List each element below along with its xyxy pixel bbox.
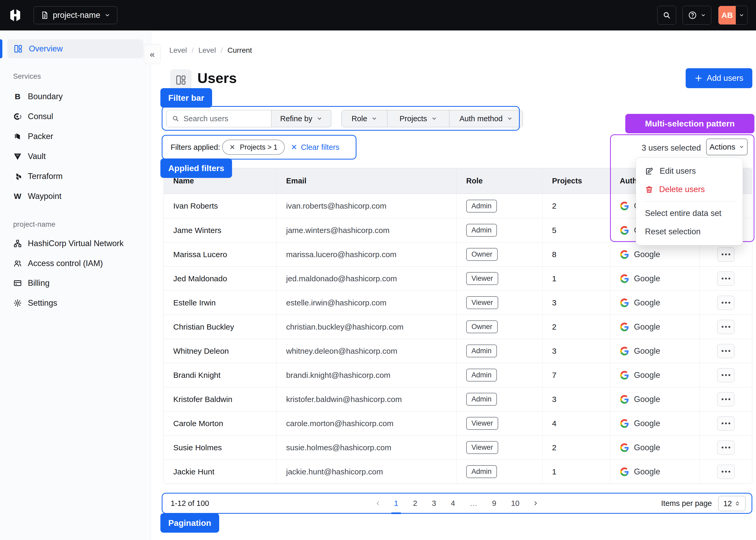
- sidebar-item-terraform[interactable]: Terraform: [7, 167, 143, 186]
- sidebar-collapse-button[interactable]: «: [144, 44, 161, 64]
- menu-item-delete-users[interactable]: Delete users: [636, 180, 743, 199]
- table-row: Marissa Lucero marissa.lucero@hashicorp.…: [164, 242, 752, 266]
- cell-actions: [699, 291, 752, 315]
- row-overflow-menu-button[interactable]: [717, 272, 734, 286]
- actions-menu: Edit users Delete users Select entire da…: [636, 157, 743, 245]
- cell-email: christian.buckley@hashicorp.com: [277, 315, 457, 339]
- project-switcher[interactable]: project-name: [34, 6, 117, 24]
- sidebar-item-settings[interactable]: Settings: [7, 294, 143, 313]
- breadcrumb-current: Current: [227, 46, 252, 55]
- google-icon: [620, 419, 629, 428]
- global-search-button[interactable]: [657, 6, 676, 25]
- role-badge: Viewer: [466, 296, 498, 309]
- cell-auth-method: Google: [610, 411, 699, 435]
- cell-actions: [699, 242, 752, 266]
- menu-item-reset-selection[interactable]: Reset selection: [636, 222, 743, 241]
- menu-item-select-entire-data-set[interactable]: Select entire data set: [636, 204, 743, 222]
- account-menu-button[interactable]: AB: [718, 6, 748, 25]
- chevron-down-icon: [431, 116, 437, 121]
- sidebar-item-vault[interactable]: Vault: [7, 147, 143, 166]
- document-icon: [41, 11, 49, 19]
- role-badge: Admin: [466, 200, 497, 212]
- sidebar-item-label: Billing: [28, 278, 50, 288]
- page-button-4[interactable]: 4: [449, 497, 456, 510]
- role-badge: Admin: [466, 224, 497, 237]
- row-overflow-menu-button[interactable]: [717, 368, 734, 382]
- row-overflow-menu-button[interactable]: [717, 344, 734, 358]
- table-row: Carole Morton carole.morton@hashicorp.co…: [164, 411, 752, 435]
- cell-name: Susie Holmes: [164, 436, 277, 460]
- cell-email: carole.morton@hashicorp.com: [277, 411, 457, 435]
- cell-projects: 7: [542, 363, 610, 387]
- sidebar-item-billing[interactable]: Billing: [7, 274, 143, 293]
- up-down-icon: [734, 501, 740, 506]
- sidebar-item-access-control-iam[interactable]: Access control (IAM): [7, 254, 143, 273]
- projects-filter-dropdown[interactable]: Projects: [387, 110, 449, 127]
- refine-by-dropdown[interactable]: Refine by: [271, 110, 331, 127]
- remove-filter-icon[interactable]: ✕: [229, 143, 235, 151]
- filter-chip-projects[interactable]: ✕ Projects > 1: [222, 140, 285, 155]
- actions-dropdown-button[interactable]: Actions: [706, 139, 748, 155]
- row-overflow-menu-button[interactable]: [717, 416, 734, 431]
- sidebar-item-hashicorp-virtual-network[interactable]: HashiCorp Virtual Network: [7, 234, 143, 253]
- help-menu-button[interactable]: [682, 6, 711, 25]
- boundary-icon: B: [13, 92, 22, 101]
- row-overflow-menu-button[interactable]: [717, 247, 734, 262]
- search-users-field[interactable]: [166, 110, 271, 127]
- cell-email: ivan.roberts@hashicorp.com: [277, 194, 457, 218]
- row-overflow-menu-button[interactable]: [717, 296, 734, 310]
- row-overflow-menu-button[interactable]: [717, 441, 734, 455]
- page-button-3[interactable]: 3: [430, 497, 438, 510]
- filter-chip-label: Projects > 1: [240, 143, 277, 151]
- auth-method-filter-dropdown[interactable]: Auth method: [449, 110, 523, 127]
- page-button-9[interactable]: 9: [491, 497, 498, 510]
- page-title: Users: [198, 70, 237, 86]
- role-badge: Admin: [466, 465, 497, 478]
- cell-name: Jed Maldonado: [164, 267, 277, 291]
- page-button-10[interactable]: 10: [510, 497, 521, 510]
- google-icon: [620, 274, 629, 283]
- breadcrumb-level-2[interactable]: Level: [199, 46, 216, 55]
- cell-role: Admin: [457, 339, 542, 363]
- role-filter-dropdown[interactable]: Role: [342, 110, 387, 127]
- sidebar-item-label: Overview: [29, 44, 63, 54]
- cell-auth-method: Google: [610, 339, 699, 363]
- chevron-down-icon: [317, 116, 322, 121]
- page-button-1[interactable]: 1: [392, 497, 400, 510]
- items-per-page-stepper[interactable]: 12: [718, 496, 745, 511]
- cell-role: Owner: [457, 242, 542, 266]
- column-header-email: Email: [277, 168, 457, 194]
- row-overflow-menu-button[interactable]: [717, 320, 734, 334]
- cell-projects: 1: [542, 460, 610, 483]
- google-icon: [620, 467, 629, 476]
- breadcrumb-separator: /: [221, 46, 223, 55]
- sidebar-item-waypoint[interactable]: W Waypoint: [7, 187, 143, 206]
- sidebar-item-packer[interactable]: Packer: [7, 127, 143, 146]
- cell-projects: 5: [542, 218, 610, 242]
- clear-filters-link[interactable]: ✕ Clear filters: [291, 139, 339, 155]
- google-icon: [620, 226, 629, 235]
- row-overflow-menu-button[interactable]: [717, 465, 734, 479]
- search-users-input[interactable]: [184, 114, 262, 123]
- previous-page-icon[interactable]: [375, 500, 381, 506]
- add-users-button[interactable]: Add users: [685, 68, 752, 88]
- sidebar-item-consul[interactable]: Consul: [7, 107, 143, 126]
- row-overflow-menu-button[interactable]: [717, 392, 734, 406]
- add-users-label: Add users: [707, 73, 743, 83]
- cell-auth-method: Google: [610, 460, 699, 483]
- auth-method-label: Google: [634, 274, 660, 283]
- cell-auth-method: Google: [610, 315, 699, 339]
- next-page-icon[interactable]: [532, 500, 538, 506]
- cell-role: Viewer: [457, 436, 542, 460]
- menu-item-edit-users[interactable]: Edit users: [636, 162, 743, 180]
- page-button-2[interactable]: 2: [411, 497, 419, 510]
- role-badge: Owner: [466, 248, 498, 261]
- breadcrumb-level-1[interactable]: Level: [169, 46, 187, 55]
- cell-name: Carole Morton: [164, 411, 277, 435]
- cell-projects: 2: [542, 315, 610, 339]
- table-row: Whitney Deleon whitney.deleon@hashicorp.…: [164, 339, 752, 363]
- sidebar-item-boundary[interactable]: B Boundary: [7, 87, 143, 106]
- sidebar-item-overview[interactable]: Overview: [7, 39, 143, 58]
- active-indicator: [0, 39, 2, 58]
- cell-auth-method: Google: [610, 436, 699, 460]
